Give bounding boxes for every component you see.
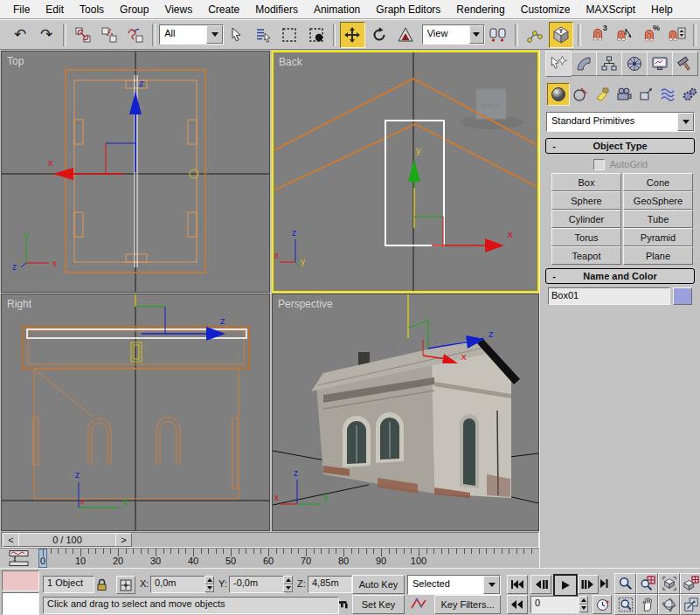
gizmo-y-arrowhead[interactable] [408,159,420,182]
reference-coordinate-system-dropdown[interactable]: View [422,24,485,45]
time-configuration-button[interactable] [593,595,612,614]
y-coordinate-field[interactable]: -0,0m [229,576,285,593]
select-and-move-button[interactable] [340,22,364,48]
dropdown-arrow-icon[interactable] [677,113,694,131]
pan-view-button[interactable] [636,594,658,615]
redo-button[interactable]: ↷ [34,22,59,48]
key-selection-dropdown[interactable]: Selected [407,575,501,595]
move-gizmo-right[interactable]: z [135,294,225,341]
auto-key-button[interactable]: Auto Key [352,575,405,594]
side-window-1[interactable] [343,416,371,467]
time-slider-prev-button[interactable]: < [3,533,19,547]
object-color-swatch[interactable] [673,287,692,305]
bind-to-space-warp-button[interactable] [123,22,148,48]
y-spinner[interactable] [283,576,293,592]
menu-modifiers[interactable]: Modifiers [247,2,306,17]
viewport-back-label[interactable]: Back [279,56,303,68]
spinner-snap-toggle-button[interactable] [664,22,689,48]
zoom-extents-all-button[interactable] [680,573,700,594]
gizmo-x-arrowhead[interactable] [52,168,73,180]
dropdown-arrow-icon[interactable] [469,25,484,44]
viewport-right-label[interactable]: Right [7,298,32,310]
object-type-cylinder-button[interactable]: Cylinder [551,210,621,228]
select-and-scale-button[interactable] [393,22,418,48]
create-systems-button[interactable] [678,83,700,106]
snaps-toggle-3d-button[interactable]: 3 [586,22,610,48]
play-animation-button[interactable] [553,574,578,597]
name-color-rollout-header[interactable]: - Name and Color [545,268,695,284]
region-zoom-button[interactable] [614,594,636,615]
previous-frame-button[interactable] [530,575,551,594]
object-type-plane-button[interactable]: Plane [623,246,693,265]
viewport-top-canvas[interactable]: z x y x z Top [2,52,269,292]
x-spinner[interactable] [204,576,214,592]
tab-create[interactable] [545,51,572,77]
min-max-toggle-button[interactable] [680,594,700,615]
current-frame-field[interactable]: 0 [530,596,580,613]
go-to-end-button[interactable] [600,575,608,592]
time-slider-next-button[interactable]: > [115,533,132,547]
autogrid-checkbox[interactable] [593,159,605,170]
create-space-warps-button[interactable] [656,83,679,106]
object-type-pyramid-button[interactable]: Pyramid [623,228,693,246]
select-object-button[interactable] [225,22,249,48]
dropdown-arrow-icon[interactable] [483,576,500,594]
maxscript-macro-recorder[interactable] [2,570,39,591]
select-and-manipulate-button[interactable] [523,22,547,48]
select-and-rotate-button[interactable] [367,22,392,48]
move-gizmo-back[interactable]: y x [408,145,513,252]
object-type-geosphere-button[interactable]: GeoSphere [623,191,693,210]
object-type-tube-button[interactable]: Tube [623,210,693,228]
z-coordinate-field[interactable]: 4,85m [308,576,352,593]
undo-button[interactable]: ↶ [8,22,32,48]
menu-graph-editors[interactable]: Graph Editors [368,2,448,17]
frame-spinner[interactable] [579,596,588,612]
menu-group[interactable]: Group [112,2,156,17]
menu-views[interactable]: Views [156,2,200,17]
viewport-perspective[interactable]: z x z x y Perspective [272,294,539,531]
object-type-torus-button[interactable]: Torus [551,228,621,246]
viewport-back-canvas[interactable]: BACK y x z [274,52,537,291]
x-coordinate-field[interactable]: 0,0m [150,576,206,593]
tab-utilities[interactable] [672,52,698,76]
viewport-top[interactable]: z x y x z Top [1,51,270,293]
menu-tools[interactable]: Tools [72,2,112,17]
create-cameras-button[interactable] [613,83,635,106]
tab-modify[interactable] [571,52,597,76]
gizmo-z-arrowhead[interactable] [129,92,142,114]
menu-maxscript[interactable]: MAXScript [578,2,643,17]
viewport-perspective-label[interactable]: Perspective [278,298,333,310]
selection-lock-toggle[interactable] [93,576,110,592]
menu-animation[interactable]: Animation [306,2,368,17]
viewport-right-canvas[interactable]: z z y x Right [2,294,269,530]
menu-customize[interactable]: Customize [513,2,579,17]
key-mode-toggle-button[interactable] [507,595,528,614]
set-key-button[interactable]: Set Key [352,595,405,614]
gizmo-x-arrowhead[interactable] [485,238,504,252]
go-to-start-button[interactable] [507,575,528,594]
create-geometry-button[interactable] [547,83,570,106]
menu-create[interactable]: Create [200,2,247,17]
open-mini-curve-editor-button[interactable] [0,549,39,568]
menu-edit[interactable]: Edit [38,2,72,17]
dropdown-arrow-icon[interactable] [206,25,223,44]
angle-snap-toggle-button[interactable] [612,22,636,48]
rollout-collapse-icon[interactable]: - [546,271,562,281]
default-tangents-button[interactable] [407,595,430,612]
object-type-box-button[interactable]: Box [551,173,621,191]
menu-help[interactable]: Help [643,2,681,17]
move-gizmo-top[interactable]: z x [48,78,144,180]
selection-filter-dropdown[interactable]: All [159,24,224,45]
percent-snap-toggle-button[interactable]: % [638,22,662,48]
primitive-category-dropdown[interactable]: Standard Primitives [546,112,695,132]
maxscript-mini-listener[interactable] [2,592,39,615]
zoom-extents-button[interactable] [658,573,680,594]
create-shapes-button[interactable] [569,83,592,106]
viewport-top-label[interactable]: Top [7,55,24,67]
arc-rotate-button[interactable] [658,594,680,615]
viewport-perspective-canvas[interactable]: z x z x y Perspective [273,294,538,530]
viewport-right[interactable]: z z y x Right [1,294,270,531]
house-model[interactable] [311,337,520,498]
rollout-collapse-icon[interactable]: - [546,141,562,151]
object-type-teapot-button[interactable]: Teapot [551,246,621,265]
